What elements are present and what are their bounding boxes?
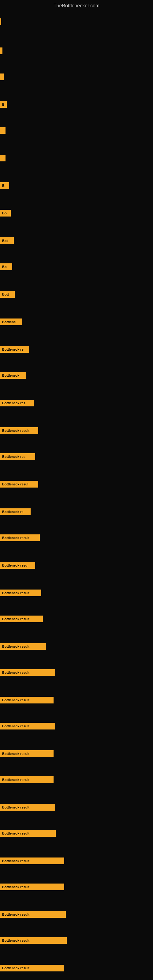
bar-label: Bottleneck result <box>1 724 30 728</box>
bar-item: Bottleneck re <box>0 346 29 353</box>
bar: Bo <box>0 263 12 270</box>
bar-item: Bott <box>0 291 15 298</box>
bar-label: Bottleneck result <box>1 752 30 756</box>
bar: Bot <box>0 237 14 244</box>
bar-item: Bottleneck re <box>0 508 30 515</box>
bar-label: Bottleneck result <box>1 913 30 916</box>
bar: Bottleneck result <box>0 937 67 944</box>
bar-label: Bottleneck result <box>1 832 30 835</box>
bar: Bottleneck re <box>0 346 29 353</box>
bar-label: Bottleneck result <box>1 966 30 970</box>
bar-item: B <box>0 182 9 189</box>
bar-item <box>0 155 5 161</box>
bar-label: Bottleneck result <box>1 698 30 702</box>
bar-label: Bottleneck result <box>1 805 30 809</box>
bar <box>0 48 2 54</box>
bar-item: Bottleneck result <box>0 830 56 837</box>
bar-label: Bot <box>1 239 9 243</box>
bar: Bottleneck result <box>0 697 54 703</box>
bar-item: Bottleneck result <box>0 965 64 971</box>
site-title: TheBottlenecker.com <box>0 0 153 10</box>
bar <box>0 18 1 25</box>
bar-item: Bottleneck <box>0 372 26 379</box>
bar-item <box>0 127 5 134</box>
bar-label: Bottleneck result <box>1 671 30 675</box>
bar-item: Bottleneck result <box>0 590 41 596</box>
bar-item: Bottleneck res <box>0 453 35 460</box>
bar: Bottleneck <box>0 372 26 379</box>
bar: Bottleneck result <box>0 858 64 864</box>
bar: Bo <box>0 210 11 216</box>
bar-item: Bottleneck result <box>0 643 46 650</box>
bar <box>0 127 5 134</box>
bar-label: Bott <box>1 293 10 296</box>
bar-item: Bo <box>0 263 12 270</box>
bar-label: B <box>1 184 5 188</box>
bar: Bottleneck result <box>0 427 38 434</box>
bar: E <box>0 101 7 108</box>
bar-label: Bottleneck result <box>1 885 30 889</box>
bar-label: Bottleneck re <box>1 348 24 351</box>
bar: Bottleneck result <box>0 616 43 622</box>
bar-label: Bo <box>1 211 8 215</box>
bar-item: Bottleneck result <box>0 697 54 703</box>
bar-item: Bottleneck result <box>0 776 54 783</box>
bar-item: E <box>0 101 7 108</box>
bar-item: Bottleneck result <box>0 669 55 676</box>
bar-item: Bottleneck result <box>0 858 64 864</box>
bar-label: Bottleneck result <box>1 939 30 942</box>
bar-item: Bottleneck result <box>0 750 54 757</box>
bar-item: Bottleneck result <box>0 804 55 811</box>
bar-item: Bottleneck result <box>0 723 55 730</box>
bar: Bottleneck result <box>0 723 55 730</box>
bar-item: Bottleneck resul <box>0 481 38 488</box>
bar-item: Bottleneck resu <box>0 562 35 569</box>
bar-label: E <box>1 103 5 106</box>
bar-item: Bottleneck result <box>0 427 38 434</box>
bar-label: Bottleneck resul <box>1 482 29 486</box>
bar-label: Bottleneck re <box>1 510 24 514</box>
bar: Bottleneck resul <box>0 481 38 488</box>
bar: Bottleneck result <box>0 776 54 783</box>
bar: Bottleneck result <box>0 750 54 757</box>
bar-label: Bottleneck res <box>1 455 26 458</box>
bar-item <box>0 73 4 80</box>
bar: Bottleneck result <box>0 669 55 676</box>
bar-item: Bottleneck result <box>0 911 66 918</box>
bar: Bottleneck result <box>0 965 64 971</box>
bar-item: Bot <box>0 237 14 244</box>
bar <box>0 155 5 161</box>
bar-item: Bo <box>0 210 11 216</box>
bar-label: Bottleneck result <box>1 536 30 539</box>
bar-label: Bottleneck result <box>1 859 30 863</box>
bar: Bottleneck result <box>0 804 55 811</box>
bar: Bottleneck result <box>0 830 56 837</box>
bar-label: Bottleneck resu <box>1 563 29 567</box>
bar-label: Bottlene <box>1 320 16 324</box>
bar-item <box>0 48 2 54</box>
bar: Bottleneck res <box>0 400 33 406</box>
bar: Bott <box>0 291 15 298</box>
bar <box>0 73 4 80</box>
bar-label: Bottleneck result <box>1 645 30 648</box>
bar-item: Bottleneck res <box>0 400 33 406</box>
bar-label: Bottleneck result <box>1 429 30 433</box>
bar-item: Bottleneck result <box>0 616 43 622</box>
bar: Bottleneck result <box>0 535 40 541</box>
bar-item: Bottleneck result <box>0 535 40 541</box>
bar-label: Bottleneck res <box>1 401 26 405</box>
bar-label: Bo <box>1 265 8 269</box>
bar: B <box>0 182 9 189</box>
bar-item: Bottlene <box>0 318 22 325</box>
bar: Bottleneck result <box>0 590 41 596</box>
bar-item: Bottleneck result <box>0 883 64 890</box>
chart-area: TheBottlenecker.com EBBoBotBoBottBottlen… <box>0 0 153 980</box>
bar-item <box>0 18 1 25</box>
bar: Bottleneck re <box>0 508 30 515</box>
bar-label: Bottleneck result <box>1 778 30 781</box>
bar: Bottleneck result <box>0 883 64 890</box>
bar-label: Bottleneck result <box>1 591 30 595</box>
bar: Bottleneck result <box>0 643 46 650</box>
bar-item: Bottleneck result <box>0 937 67 944</box>
bar: Bottlene <box>0 318 22 325</box>
